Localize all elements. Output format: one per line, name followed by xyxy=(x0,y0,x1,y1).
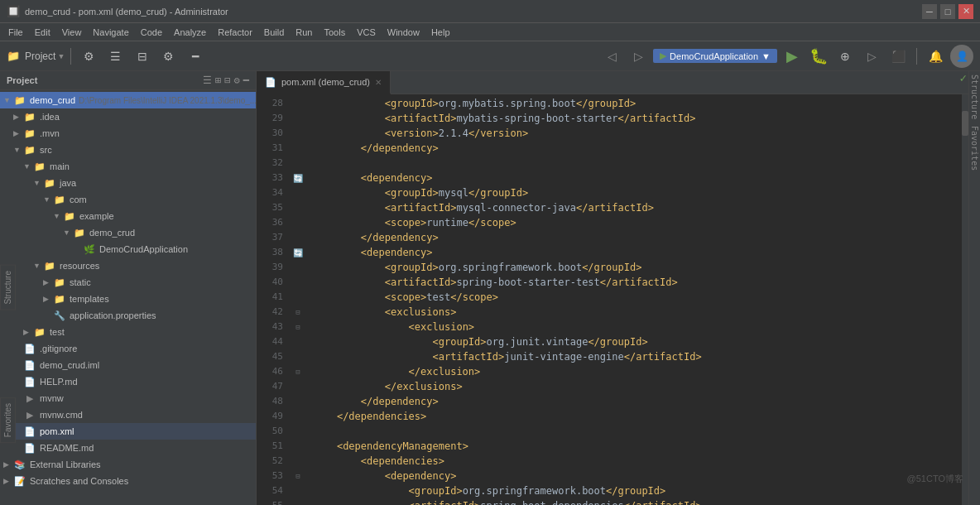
menu-code[interactable]: Code xyxy=(136,26,167,39)
tab-close-pom[interactable]: ✕ xyxy=(375,78,382,87)
menu-analyze[interactable]: Analyze xyxy=(169,26,211,39)
debug-button[interactable]: 🐛 xyxy=(807,45,830,68)
code-line-52: <dependencies> xyxy=(313,454,962,469)
window-controls[interactable]: ─ □ ✕ xyxy=(922,4,973,19)
menu-edit[interactable]: Edit xyxy=(30,26,55,39)
sidebar-icon-expand[interactable]: ⊞ xyxy=(215,75,221,86)
marker-49 xyxy=(290,409,306,424)
toolbar-settings-btn[interactable]: ⚙ xyxy=(78,45,101,68)
tree-item-demo-crud[interactable]: ▼ 📁 demo_crud D:\Program Files\IntelliJ … xyxy=(0,92,256,108)
tree-item-java[interactable]: ▼ 📁 java xyxy=(0,175,256,191)
run-config-arrow[interactable]: ▼ xyxy=(761,51,771,61)
tree-label-src: src xyxy=(40,145,252,155)
menu-window[interactable]: Window xyxy=(382,26,425,39)
code-line-31: </dependency> xyxy=(313,141,962,156)
tree-arrow-demo-crud-sub: ▼ xyxy=(63,228,73,237)
marker-55 xyxy=(290,498,306,505)
toolbar-compact-btn[interactable]: ☰ xyxy=(104,45,127,68)
tree-item-app-props[interactable]: 🔧 application.properties xyxy=(0,307,256,324)
tree-item-test[interactable]: ▶ 📁 test xyxy=(0,324,256,340)
marker-42[interactable]: ⊟ xyxy=(290,305,306,320)
line-numbers: 28 29 30 31 32 33 34 35 36 37 38 39 40 4… xyxy=(257,94,290,505)
tree-item-app-class[interactable]: 🌿 DemoCrudApplication xyxy=(0,241,256,257)
sidebar-icon-collapse[interactable]: ⊟ xyxy=(224,75,230,86)
stop-button[interactable]: ⬛ xyxy=(886,45,910,68)
right-panel-favorites[interactable]: Favorites xyxy=(970,126,979,171)
folder-icon-com: 📁 xyxy=(53,193,66,206)
folder-icon-demo-crud: 📁 xyxy=(13,94,26,107)
tree-item-templates[interactable]: ▶ 📁 templates xyxy=(0,291,256,307)
minimize-button[interactable]: ─ xyxy=(922,4,937,19)
menu-navigate[interactable]: Navigate xyxy=(88,26,133,39)
tree-item-ext-libs[interactable]: ▶ 📚 External Libraries xyxy=(0,456,256,473)
sidebar-icon-settings[interactable]: ⚙ xyxy=(234,75,240,86)
toolbar-vcs-fwd-btn[interactable]: ▷ xyxy=(627,45,650,68)
toolbar-vcs-back-btn[interactable]: ◁ xyxy=(600,45,623,68)
scroll-indicator[interactable]: ✓ xyxy=(962,94,968,505)
marker-35 xyxy=(290,200,306,215)
tree-item-readme[interactable]: 📄 README.md xyxy=(0,440,256,456)
marker-28 xyxy=(290,96,306,111)
profile-button[interactable]: ▷ xyxy=(860,45,883,68)
tab-pom-xml[interactable]: 📄 pom.xml (demo_crud) ✕ xyxy=(257,71,391,94)
tree-item-static[interactable]: ▶ 📁 static xyxy=(0,274,256,291)
code-line-53: <dependency> xyxy=(313,469,962,483)
favorites-side-tab[interactable]: Favorites xyxy=(0,397,16,443)
menu-build[interactable]: Build xyxy=(259,26,289,39)
tree-label-com: com xyxy=(70,195,252,204)
structure-side-tab[interactable]: Structure xyxy=(0,265,16,310)
run-config-dropdown[interactable]: ▶ DemoCrudApplication ▼ xyxy=(653,49,777,63)
tree-arrow-resources: ▼ xyxy=(33,262,43,270)
toolbar-separator-1 xyxy=(70,48,71,65)
menu-vcs[interactable]: VCS xyxy=(352,26,381,39)
tree-item-mvnw[interactable]: ▶ mvnw xyxy=(0,390,256,406)
tree-item-gitignore[interactable]: 📄 .gitignore xyxy=(0,340,256,357)
tree-item-pom-xml[interactable]: 📄 pom.xml xyxy=(0,423,256,440)
tree-item-main[interactable]: ▼ 📁 main xyxy=(0,158,256,175)
marker-33: 🔄 xyxy=(290,171,306,185)
code-content[interactable]: <groupId>org.mybatis.spring.boot</groupI… xyxy=(306,94,962,505)
marker-46[interactable]: ⊟ xyxy=(290,364,306,379)
tree-item-resources[interactable]: ▼ 📁 resources xyxy=(0,257,256,274)
toolbar-gear-btn[interactable]: ⚙ xyxy=(157,45,180,68)
tree-path-demo-crud: D:\Program Files\IntelliJ IDEA 2021.1.3\… xyxy=(79,96,256,105)
marker-32 xyxy=(290,156,306,171)
code-line-46: </exclusion> xyxy=(313,364,962,379)
tree-item-help[interactable]: 📄 HELP.md xyxy=(0,373,256,390)
menu-tools[interactable]: Tools xyxy=(319,26,350,39)
menu-view[interactable]: View xyxy=(57,26,87,39)
menu-help[interactable]: Help xyxy=(426,26,455,39)
marker-53[interactable]: ⊟ xyxy=(290,469,306,483)
sidebar-icon-hide[interactable]: ━ xyxy=(243,75,249,86)
code-line-48: </dependency> xyxy=(313,394,962,409)
toolbar-minus-btn[interactable]: ━ xyxy=(184,45,207,68)
tree-item-iml[interactable]: 📄 demo_crud.iml xyxy=(0,357,256,373)
tree-item-demo-crud-sub[interactable]: ▼ 📁 demo_crud xyxy=(0,224,256,241)
maximize-button[interactable]: □ xyxy=(940,4,955,19)
tree-label-gitignore: .gitignore xyxy=(40,344,252,354)
toolbar-split-btn[interactable]: ⊟ xyxy=(131,45,154,68)
tree-arrow-java: ▼ xyxy=(33,179,43,187)
tree-item-mvn[interactable]: ▶ 📁 .mvn xyxy=(0,125,256,142)
marker-38: 🔄 xyxy=(290,245,306,260)
menu-run[interactable]: Run xyxy=(291,26,317,39)
project-dropdown-arrow[interactable]: ▼ xyxy=(59,52,63,60)
sidebar-icon-compact[interactable]: ☰ xyxy=(203,75,212,86)
tree-item-example[interactable]: ▼ 📁 example xyxy=(0,208,256,224)
tree-item-idea[interactable]: ▶ 📁 .idea xyxy=(0,108,256,125)
user-avatar[interactable]: 👤 xyxy=(950,45,973,68)
coverage-button[interactable]: ⊕ xyxy=(833,45,857,68)
close-button[interactable]: ✕ xyxy=(958,4,973,19)
right-panel-structure[interactable]: Structure xyxy=(970,75,979,119)
run-button[interactable]: ▶ xyxy=(781,45,804,68)
tree-item-com[interactable]: ▼ 📁 com xyxy=(0,191,256,208)
tree-item-scratches[interactable]: ▶ 📝 Scratches and Consoles xyxy=(0,473,256,489)
tree-label-java: java xyxy=(60,178,252,188)
marker-43[interactable]: ⊟ xyxy=(290,320,306,334)
menu-file[interactable]: File xyxy=(3,26,28,39)
tree-label-test: test xyxy=(50,327,252,337)
tree-item-mvnw-cmd[interactable]: ▶ mvnw.cmd xyxy=(0,406,256,423)
tree-item-src[interactable]: ▼ 📁 src xyxy=(0,142,256,158)
menu-refactor[interactable]: Refactor xyxy=(213,26,257,39)
notifications-button[interactable]: 🔔 xyxy=(924,45,947,68)
